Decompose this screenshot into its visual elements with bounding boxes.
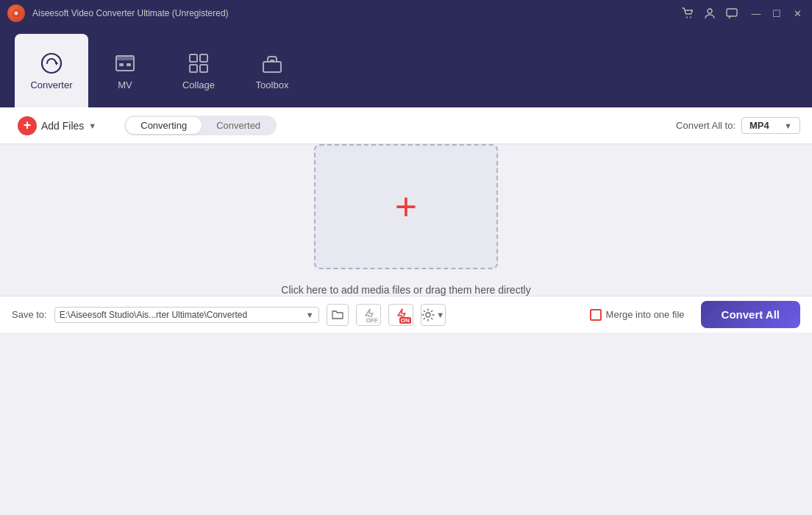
- convert-all-to-label: Convert All to:: [676, 120, 736, 131]
- save-to-label: Save to:: [12, 309, 47, 320]
- bottom-bar: Save to: E:\Aiseesoft Studio\Ais...rter …: [0, 296, 812, 333]
- tab-mv[interactable]: MV: [88, 34, 162, 107]
- converting-tab[interactable]: Converting: [126, 117, 202, 134]
- merge-text: Merge into one file: [606, 309, 685, 320]
- minimize-btn[interactable]: —: [749, 6, 763, 21]
- svg-rect-10: [127, 63, 131, 66]
- svg-rect-15: [263, 62, 281, 72]
- drop-box[interactable]: +: [314, 144, 498, 269]
- svg-rect-4: [727, 9, 737, 16]
- add-files-plus-icon: +: [18, 116, 37, 135]
- accelerator-on-button[interactable]: ON: [388, 304, 413, 326]
- svg-rect-16: [270, 60, 274, 62]
- svg-rect-8: [116, 56, 134, 60]
- svg-point-2: [690, 17, 691, 18]
- svg-rect-11: [190, 54, 197, 62]
- app-logo: [7, 4, 25, 22]
- converted-tab[interactable]: Converted: [202, 117, 275, 134]
- save-path-dropdown-icon[interactable]: ▼: [306, 310, 314, 319]
- svg-rect-9: [119, 63, 124, 66]
- tab-collage-label: Collage: [182, 79, 215, 90]
- svg-marker-6: [56, 61, 58, 65]
- maximize-btn[interactable]: ☐: [769, 6, 784, 21]
- svg-point-5: [42, 54, 61, 73]
- tab-converter-label: Converter: [30, 79, 72, 90]
- format-select-dropdown[interactable]: MP4 ▼: [741, 117, 800, 134]
- merge-checkbox[interactable]: [590, 309, 602, 321]
- drop-plus-icon: +: [395, 188, 417, 226]
- cart-icon[interactable]: [680, 5, 696, 21]
- svg-rect-14: [200, 65, 207, 72]
- tab-toolbox[interactable]: Toolbox: [235, 34, 309, 107]
- browse-folder-button[interactable]: [327, 304, 349, 326]
- tab-collage[interactable]: Collage: [162, 34, 235, 107]
- user-icon[interactable]: [702, 5, 718, 21]
- save-path-display: E:\Aiseesoft Studio\Ais...rter Ultimate\…: [54, 307, 319, 323]
- svg-point-17: [426, 313, 430, 317]
- add-files-label: Add Files: [41, 120, 84, 132]
- add-files-button[interactable]: + Add Files ▼: [12, 113, 102, 138]
- title-bar: Aiseesoft Video Converter Ultimate (Unre…: [0, 0, 812, 26]
- save-path-text: E:\Aiseesoft Studio\Ais...rter Ultimate\…: [60, 310, 306, 320]
- tab-switch: Converting Converted: [124, 116, 277, 135]
- svg-rect-13: [190, 65, 197, 72]
- toolbar: + Add Files ▼ Converting Converted Conve…: [0, 107, 812, 144]
- nav-area: Converter MV Collage Toolbox: [0, 26, 812, 107]
- window-controls: — ☐ ✕: [749, 6, 805, 21]
- chat-icon[interactable]: [724, 5, 740, 21]
- close-btn[interactable]: ✕: [790, 6, 805, 21]
- settings-dropdown-icon[interactable]: ▼: [436, 310, 444, 319]
- format-dropdown-icon: ▼: [784, 121, 792, 130]
- drop-zone-area: + Click here to add media files or drag …: [0, 144, 812, 296]
- convert-all-to: Convert All to: MP4 ▼: [676, 117, 800, 134]
- svg-point-3: [708, 9, 712, 13]
- tab-mv-label: MV: [118, 79, 132, 90]
- drop-hint: Click here to add media files or drag th…: [281, 284, 530, 296]
- app-title: Aiseesoft Video Converter Ultimate (Unre…: [32, 8, 680, 18]
- merge-label-area: Merge into one file: [590, 309, 685, 321]
- svg-point-1: [686, 17, 688, 18]
- accelerator-off-button[interactable]: OFF: [356, 304, 381, 326]
- convert-all-button[interactable]: Convert All: [701, 301, 800, 328]
- settings-button[interactable]: ▼: [421, 304, 446, 326]
- add-files-dropdown-icon[interactable]: ▼: [88, 121, 96, 130]
- svg-rect-12: [200, 54, 207, 62]
- tab-converter[interactable]: Converter: [15, 34, 88, 107]
- tab-toolbox-label: Toolbox: [256, 79, 289, 90]
- format-value: MP4: [749, 120, 769, 131]
